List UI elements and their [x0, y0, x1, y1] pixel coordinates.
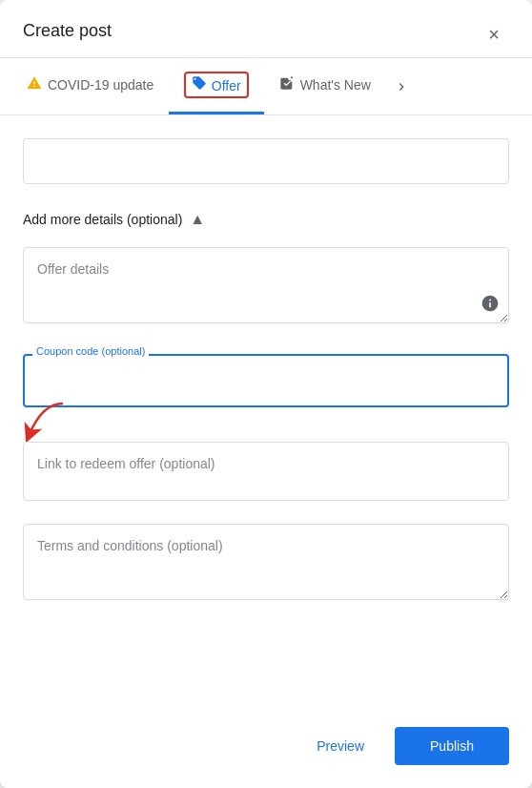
- dialog-header: Create post ×: [0, 0, 532, 58]
- tab-offer[interactable]: Offer: [169, 58, 263, 114]
- dialog-footer: Preview Publish: [0, 708, 532, 788]
- warning-icon: [27, 75, 42, 94]
- offer-icon: [192, 77, 211, 93]
- offer-details-input[interactable]: [23, 247, 509, 323]
- close-button[interactable]: ×: [479, 19, 509, 50]
- tabs-row: COVID-19 update Offer What's New: [0, 58, 532, 115]
- tab-more-button[interactable]: [386, 66, 417, 108]
- publish-button[interactable]: Publish: [395, 727, 509, 765]
- dialog-title: Create post: [23, 21, 112, 56]
- info-icon[interactable]: [481, 294, 500, 318]
- coupon-code-field-wrapper: Coupon code (optional): [23, 354, 509, 407]
- create-post-dialog: Create post × COVID-19 update Offer: [0, 0, 532, 788]
- coupon-code-label: Coupon code (optional): [32, 345, 149, 357]
- link-redeem-input[interactable]: [23, 442, 509, 501]
- coupon-code-input[interactable]: [23, 354, 509, 407]
- tab-offer-label: Offer: [212, 78, 241, 93]
- preview-button[interactable]: Preview: [301, 731, 379, 761]
- link-redeem-field-wrapper: [23, 442, 509, 505]
- top-input-box[interactable]: [23, 138, 509, 184]
- tab-covid-label: COVID-19 update: [48, 77, 153, 93]
- terms-input[interactable]: [23, 524, 509, 600]
- chevron-up-icon: ▲: [190, 211, 205, 228]
- section-toggle-label: Add more details (optional): [23, 212, 182, 227]
- arrow-indicator: [15, 394, 72, 446]
- offer-details-field-wrapper: [23, 247, 509, 327]
- tab-whats-new-label: What's New: [300, 77, 371, 93]
- tab-covid[interactable]: COVID-19 update: [11, 62, 169, 111]
- tab-whats-new[interactable]: What's New: [264, 62, 386, 111]
- dialog-body: Add more details (optional) ▲ Coupon cod…: [0, 115, 532, 708]
- terms-field-wrapper: [23, 524, 509, 604]
- tab-offer-box: Offer: [184, 72, 248, 98]
- new-icon: [279, 75, 295, 94]
- section-toggle[interactable]: Add more details (optional) ▲: [23, 211, 509, 228]
